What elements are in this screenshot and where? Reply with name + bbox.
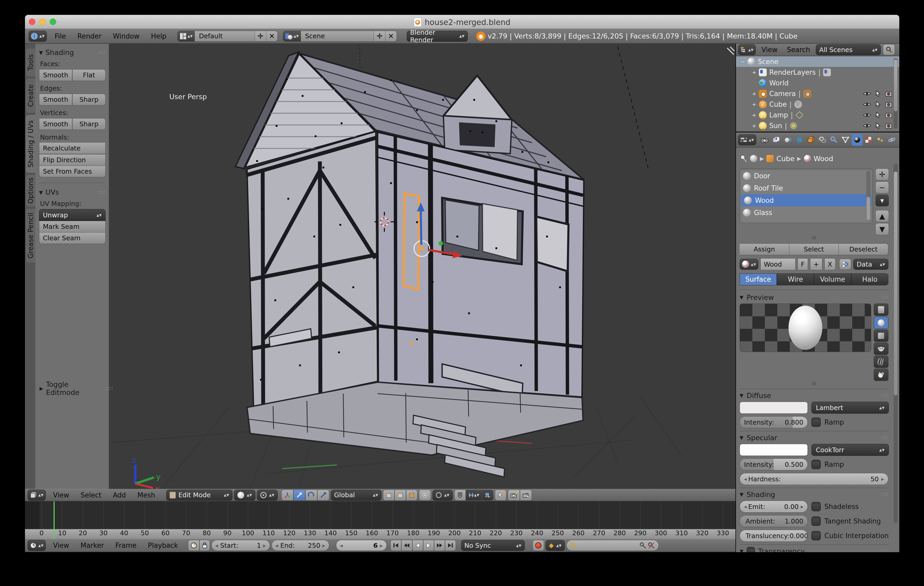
render-engine-select[interactable]: Blender Render▲▼: [407, 31, 468, 41]
start-frame-field[interactable]: ◂ Start: 1 ▸: [211, 540, 270, 551]
panel-grip-icon[interactable]: ∷∷: [881, 491, 889, 498]
panel-grip-icon[interactable]: ∷∷: [99, 50, 106, 56]
timeline-menu-item[interactable]: Frame: [110, 541, 142, 549]
shading-panel-header[interactable]: ▼ Shading ∷∷: [739, 488, 889, 501]
outliner-item-label[interactable]: Sun: [769, 122, 782, 130]
visibility-eye-icon[interactable]: [863, 123, 871, 129]
layout-name[interactable]: Default: [195, 31, 255, 41]
material-slot[interactable]: Glass: [740, 207, 873, 219]
selectability-cursor-icon[interactable]: [875, 112, 881, 118]
tool-shelf-tab[interactable]: Shading / UVs: [25, 114, 35, 173]
slot-specials-button[interactable]: ▼: [875, 194, 889, 207]
browse-material-button[interactable]: ▲▼: [739, 259, 758, 270]
scene-selector[interactable]: ▲▼ Scene ✛ ✕: [283, 31, 397, 41]
active-keying-set-field[interactable]: [566, 540, 659, 551]
delete-layout-button[interactable]: ✕: [266, 31, 277, 41]
editor-type-outliner-button[interactable]: ▲▼: [738, 44, 756, 55]
expand-icon[interactable]: +: [749, 101, 759, 108]
view3d-menu-item[interactable]: Mesh: [132, 491, 161, 499]
timeline-frame-numbers[interactable]: 0102030405060708090100110120130140150160…: [25, 529, 736, 539]
toggle-editmode-panel-header[interactable]: ▶ Toggle Editmode ∷∷: [40, 380, 113, 396]
panel-grip-icon[interactable]: ∷∷: [106, 385, 113, 392]
seam-button[interactable]: Mark Seam: [39, 221, 106, 232]
tool-shelf-tab[interactable]: Create: [25, 78, 35, 113]
timeline-menu-item[interactable]: Marker: [75, 541, 110, 549]
timeline-menu-item[interactable]: Playback: [142, 541, 184, 549]
tab-scene[interactable]: [782, 134, 794, 146]
opengl-render-image-button[interactable]: [508, 490, 520, 501]
outliner-row[interactable]: World: [736, 78, 899, 88]
uvs-panel-header[interactable]: ▼ UVs ∷∷: [39, 188, 106, 196]
slot-list-scrollbar[interactable]: [866, 171, 870, 221]
tab-texture[interactable]: [863, 134, 874, 146]
expand-icon[interactable]: +: [749, 91, 759, 97]
vertex-select-button[interactable]: [383, 490, 394, 501]
add-layout-button[interactable]: ✛: [255, 31, 266, 41]
lock-range-button[interactable]: [200, 540, 210, 551]
expand-icon[interactable]: +: [749, 112, 759, 118]
expand-icon[interactable]: +: [749, 69, 759, 76]
pivot-point-select[interactable]: ▲▼: [257, 490, 278, 501]
preview-hair-button[interactable]: [874, 356, 888, 368]
jump-to-start-button[interactable]: [390, 540, 401, 551]
specular-panel-header[interactable]: ▼ Specular ∷∷: [739, 431, 889, 444]
vertex-shade-button[interactable]: Sharp: [72, 118, 106, 130]
decrement-icon[interactable]: ◂: [744, 503, 747, 510]
snap-target-button[interactable]: [482, 490, 493, 501]
tab-constraints[interactable]: [817, 134, 828, 146]
auto-keyframe-button[interactable]: [533, 540, 544, 551]
shading-panel-header[interactable]: ▼ Shading ∷∷: [39, 48, 106, 56]
jump-prev-keyframe-button[interactable]: [401, 540, 412, 551]
use-preview-range-button[interactable]: [188, 540, 200, 551]
breadcrumb-object[interactable]: Cube: [776, 155, 794, 163]
auto-merge-button[interactable]: [495, 490, 507, 501]
panel-grip-icon[interactable]: ∷∷: [881, 392, 889, 399]
tab-object[interactable]: [805, 134, 816, 146]
panel-grip-icon[interactable]: ∷∷: [881, 548, 889, 552]
outliner-item-label[interactable]: RenderLayers: [769, 68, 816, 76]
delete-scene-button[interactable]: ✕: [385, 31, 397, 41]
shade-button[interactable]: Flat: [72, 69, 106, 81]
shading-value-field[interactable]: Translucency: 0.000: [739, 530, 808, 542]
selectability-cursor-icon[interactable]: [875, 101, 881, 108]
keying-set-select[interactable]: ◆ ▲▼: [546, 540, 565, 551]
transparency-panel-header[interactable]: ▼ Transparency ∷∷: [739, 545, 889, 552]
move-slot-down-button[interactable]: ▼: [875, 223, 889, 235]
move-slot-up-button[interactable]: ▲: [875, 210, 889, 222]
panel-grip-icon[interactable]: ∷∷: [881, 434, 889, 441]
face-select-button[interactable]: [406, 490, 417, 501]
outliner-menu-search[interactable]: Search: [783, 46, 814, 54]
diffuse-panel-header[interactable]: ▼ Diffuse ∷∷: [739, 389, 889, 402]
specular-intensity-slider[interactable]: Intensity:0.500: [739, 459, 808, 470]
diffuse-intensity-slider[interactable]: Intensity:0.800: [739, 416, 808, 428]
outliner-item-label[interactable]: Cube: [769, 101, 787, 108]
screen-layout-selector[interactable]: ▲▼ Default ✛ ✕: [177, 31, 278, 41]
unlink-material-button[interactable]: X: [824, 258, 836, 270]
specular-ramp-checkbox[interactable]: [812, 460, 821, 469]
translate-manipulator-button[interactable]: [293, 490, 305, 501]
scale-manipulator-button[interactable]: [317, 490, 329, 501]
limit-selection-visible-button[interactable]: [419, 490, 431, 501]
outliner-item-label[interactable]: Lamp: [769, 111, 788, 119]
outliner-row[interactable]: + Camera |: [736, 88, 899, 99]
viewport-3d[interactable]: z y x User Persp (6) Cube: [25, 44, 736, 489]
visibility-eye-icon[interactable]: [863, 101, 871, 107]
edge-shade-button[interactable]: Sharp: [72, 94, 106, 106]
editor-type-properties-button[interactable]: ▲▼: [738, 134, 756, 145]
expand-icon[interactable]: −: [738, 59, 747, 65]
jump-next-keyframe-button[interactable]: [434, 540, 445, 551]
decrement-icon[interactable]: ◂: [744, 476, 747, 482]
breadcrumb-material[interactable]: Wood: [814, 155, 833, 163]
outliner-item-label[interactable]: Scene: [758, 58, 778, 66]
remove-slot-button[interactable]: −: [875, 182, 889, 194]
material-type-button[interactable]: Wire: [777, 273, 814, 285]
increment-icon[interactable]: ▸: [263, 542, 266, 549]
unwrap-dropdown[interactable]: Unwrap▲▼: [39, 209, 106, 221]
decrement-icon[interactable]: ◂: [276, 542, 278, 549]
material-slot[interactable]: Wood: [741, 194, 871, 207]
outliner-row[interactable]: + Cube |: [736, 99, 899, 109]
decrement-icon[interactable]: ◂: [215, 542, 218, 549]
add-slot-button[interactable]: ✛: [875, 169, 889, 180]
preview-resize-grip[interactable]: ≡: [739, 381, 889, 387]
normals-button[interactable]: Flip Direction: [39, 154, 106, 166]
